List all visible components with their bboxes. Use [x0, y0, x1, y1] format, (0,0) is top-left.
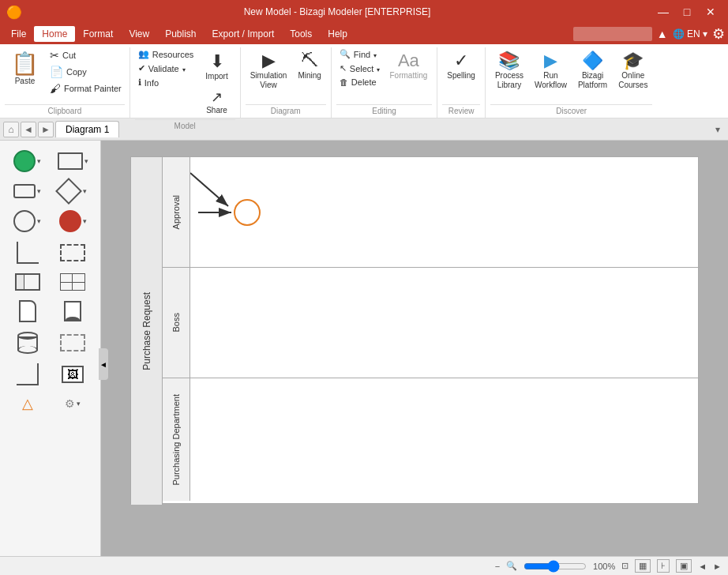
mining-button[interactable]: ⛏ Mining [293, 47, 325, 84]
shape-corner[interactable] [6, 239, 49, 267]
run-workflow-label: RunWorkflow [535, 71, 567, 90]
menu-file[interactable]: File [3, 26, 34, 42]
run-workflow-button[interactable]: ▶ RunWorkflow [530, 47, 572, 93]
paste-icon: 📋 [11, 51, 39, 77]
pool-header: Purchase Request [131, 157, 163, 505]
menu-format[interactable]: Format [75, 26, 121, 42]
shape-cylinder[interactable] [6, 329, 49, 357]
copy-button[interactable]: 📄 Copy [47, 64, 125, 80]
tab-dropdown-btn[interactable]: ▾ [711, 122, 725, 137]
review-group-label: Review [442, 104, 480, 118]
shape-rectangle[interactable]: ▾ [52, 147, 95, 175]
window-controls[interactable]: — □ ✕ [652, 3, 722, 21]
menu-view[interactable]: View [121, 26, 157, 42]
shape-pool[interactable] [6, 270, 49, 294]
diagram-tab-1[interactable]: Diagram 1 [55, 121, 119, 137]
resources-icon: 👥 [138, 49, 149, 59]
shape-dashed2[interactable] [52, 329, 95, 357]
shape-table[interactable] [52, 270, 95, 294]
lane-approval: Approval [163, 157, 700, 268]
zoom-level: 100% [593, 562, 615, 571]
lane-purchasing-header: Purchasing Department [163, 378, 190, 501]
info-button[interactable]: ℹ Info [135, 76, 197, 89]
formatting-button[interactable]: Aa Formatting [385, 47, 432, 84]
ribbon-collapse-btn[interactable]: ▲ [657, 28, 668, 40]
menu-help[interactable]: Help [320, 26, 355, 42]
scroll-right-btn[interactable]: ► [713, 562, 722, 571]
maximize-button[interactable]: □ [676, 3, 698, 21]
delete-icon: 🗑 [340, 77, 348, 87]
tab-prev-btn[interactable]: ◄ [21, 122, 36, 137]
bizagi-platform-button[interactable]: 🔷 BizagiPlatform [573, 47, 612, 93]
shape-end-event[interactable]: ▾ [6, 207, 49, 235]
sidebar-toggle[interactable]: ◄ [99, 348, 108, 380]
shape-dashed-rect[interactable] [52, 239, 95, 267]
fit-page-btn[interactable]: ⊡ [621, 561, 629, 571]
spelling-button[interactable]: ✓ Spelling [442, 47, 480, 84]
zoom-slider[interactable] [523, 560, 587, 573]
share-icon: ↗ [211, 88, 223, 106]
dashed-rect-shape [60, 244, 85, 261]
close-button[interactable]: ✕ [700, 3, 722, 21]
shape-end-event-red[interactable]: ▾ [52, 207, 95, 235]
paste-button[interactable]: 📋 Paste [5, 47, 45, 88]
menu-export-import[interactable]: Export / Import [205, 26, 283, 42]
view-toggle-2[interactable]: ⊦ [657, 559, 670, 573]
shape-extra1[interactable]: △ [6, 392, 49, 415]
find-button[interactable]: 🔍 Find ▾ [336, 47, 384, 61]
shape-image[interactable]: 🖼 [52, 360, 95, 389]
shape-document[interactable] [52, 297, 95, 325]
zoom-out-icon[interactable]: − [495, 562, 500, 571]
lane-purchasing-content[interactable] [190, 378, 700, 501]
settings-btn[interactable]: ⚙ [712, 25, 725, 43]
share-button[interactable]: ↗ Share [198, 86, 235, 118]
view-toggle-3[interactable]: ▣ [676, 559, 692, 573]
model-group-label: Model [135, 119, 235, 133]
clipboard-group-label: Clipboard [5, 104, 125, 118]
rect-shape [58, 152, 83, 170]
cut-button[interactable]: ✂ Cut [47, 47, 125, 63]
select-label: Select ▾ [350, 64, 381, 73]
menu-tools[interactable]: Tools [282, 26, 320, 42]
import-label: Import [205, 72, 227, 81]
menu-home[interactable]: Home [34, 26, 75, 42]
canvas-area[interactable]: Purchase Request Approval [101, 141, 728, 556]
view-toggle-1[interactable]: ▦ [635, 559, 651, 573]
scroll-left-btn[interactable]: ◄ [698, 562, 707, 571]
validate-button[interactable]: ✔ Validate ▾ [135, 62, 197, 75]
simulation-view-button[interactable]: ▶ SimulationView [246, 47, 292, 93]
model-content: 👥 Resources ✔ Validate ▾ ℹ Info ⬇ Import [135, 47, 235, 118]
lane-boss-label: Boss [171, 313, 181, 332]
shape-task[interactable]: ▾ [6, 179, 49, 204]
minimize-button[interactable]: — [652, 3, 674, 21]
ribbon-group-discover: 📚 ProcessLibrary ▶ RunWorkflow 🔷 BizagiP… [486, 47, 658, 118]
app-icon: 🟠 [6, 5, 22, 20]
tab-home-btn[interactable]: ⌂ [3, 122, 19, 137]
validate-label: Validate ▾ [148, 64, 186, 73]
tab-next-btn[interactable]: ► [38, 122, 54, 137]
process-library-button[interactable]: 📚 ProcessLibrary [490, 47, 528, 93]
task-shape [13, 184, 36, 198]
menu-publish[interactable]: Publish [157, 26, 204, 42]
lanes-container: Approval [163, 157, 700, 505]
ribbon: 📋 Paste ✂ Cut 📄 Copy 🖌 Format Painter Cl… [0, 44, 728, 118]
shape-extra2[interactable]: ⚙ ▾ [52, 392, 95, 415]
language-btn[interactable]: 🌐 EN ▾ [673, 28, 707, 39]
share-label: Share [206, 106, 227, 115]
shape-bracket[interactable] [6, 360, 49, 389]
shape-diamond[interactable]: ▾ [52, 179, 95, 204]
lane-approval-content[interactable] [190, 157, 700, 267]
select-button[interactable]: ↖ Select ▾ [336, 62, 384, 75]
title-bar: 🟠 New Model - Bizagi Modeler [ENTERPRISE… [0, 0, 728, 24]
format-painter-button[interactable]: 🖌 Format Painter [47, 81, 125, 96]
shape-page[interactable] [6, 297, 49, 325]
lane-boss-content[interactable] [190, 268, 700, 378]
delete-button[interactable]: 🗑 Delete [336, 76, 384, 88]
import-button[interactable]: ⬇ Import [198, 47, 235, 85]
online-courses-button[interactable]: 🎓 OnlineCourses [614, 47, 652, 93]
resources-button[interactable]: 👥 Resources [135, 47, 197, 61]
extra2-shape: ⚙ [65, 397, 75, 410]
shape-start-event[interactable]: ▾ [6, 147, 49, 175]
image-shape: 🖼 [62, 366, 84, 383]
intermediate-event[interactable] [234, 199, 261, 226]
